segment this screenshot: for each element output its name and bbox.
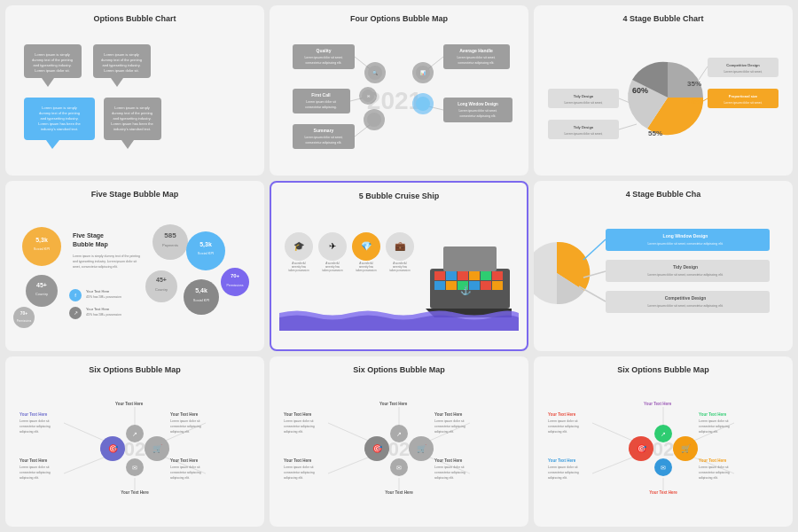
card7-title: Six Options Bubble Map — [14, 365, 255, 374]
svg-text:adipiscing elit.: adipiscing elit. — [20, 430, 39, 434]
svg-line-205 — [328, 456, 372, 473]
svg-text:Lorem ipsum dolor sit amet,: Lorem ipsum dolor sit amet, — [564, 132, 602, 136]
card8-content: 2021 🎯 🛒 ↗ ✉ Your Text Here Lorem ipsum … — [278, 379, 520, 518]
svg-text:adipiscing elit.: adipiscing elit. — [548, 476, 567, 480]
svg-text:🎯: 🎯 — [637, 443, 647, 454]
svg-text:Lorem ipsum dolor sit amet,: Lorem ipsum dolor sit amet, — [724, 70, 762, 74]
svg-text:Lorem ipsum is simply dummy te: Lorem ipsum is simply dummy text of the … — [73, 254, 140, 258]
svg-text:Lorem ipsum has been the: Lorem ipsum has been the — [38, 121, 81, 126]
svg-rect-143 — [443, 246, 497, 271]
svg-text:Long Window Design: Long Window Design — [458, 102, 498, 106]
svg-text:✉: ✉ — [132, 465, 137, 471]
card-six-options-bubble-map-2: Six Options Bubble Map 2021 🎯 🛒 ↗ ✉ Your… — [270, 356, 528, 527]
svg-text:Lorem ipsum is simply: Lorem ipsum is simply — [35, 52, 70, 57]
svg-text:dummy text of the printing: dummy text of the printing — [32, 58, 73, 62]
svg-point-119 — [221, 268, 249, 296]
svg-text:45+: 45+ — [36, 282, 47, 288]
svg-line-172 — [64, 456, 108, 473]
svg-text:Lorem ipsum dolor sit: Lorem ipsum dolor sit — [548, 466, 577, 469]
svg-text:amet, consectetur adipiscing e: amet, consectetur adipiscing elit. — [73, 265, 118, 269]
svg-point-107 — [153, 224, 188, 260]
svg-text:Social KPI: Social KPI — [193, 298, 209, 302]
svg-text:Lorem ipsum dolor sit.: Lorem ipsum dolor sit. — [35, 68, 69, 73]
svg-text:Permissions: Permissions — [17, 319, 32, 323]
svg-text:adipiscing elit.: adipiscing elit. — [699, 430, 718, 434]
svg-marker-20 — [121, 140, 134, 149]
svg-text:🎓: 🎓 — [293, 240, 305, 252]
svg-text:Your Text Here: Your Text Here — [434, 458, 463, 463]
svg-text:adipiscing elit.: adipiscing elit. — [284, 476, 303, 480]
card6-content: Long Window Design Lorem ipsum dolor sit… — [543, 204, 784, 342]
svg-rect-69 — [708, 58, 778, 77]
svg-point-88 — [26, 275, 58, 307]
svg-marker-7 — [111, 78, 123, 87]
svg-text:First Call: First Call — [311, 92, 331, 98]
card9-title: Six Options Bubble Map — [543, 365, 784, 374]
svg-text:Lorem ipsum dolor sit amet,: Lorem ipsum dolor sit amet, — [564, 101, 602, 105]
card-5-bubble-cruise-ship: 5 Bubble Cruise Ship 🎓 ✈ 💎 💼 A wonderful… — [270, 181, 528, 351]
card-options-bubble-chart: Options Bubble Chart Lorem ipsum is simp… — [5, 5, 264, 176]
svg-line-238 — [592, 456, 637, 473]
svg-rect-81 — [548, 120, 619, 139]
svg-text:🎯: 🎯 — [372, 443, 383, 454]
svg-text:adipiscing elit.: adipiscing elit. — [20, 476, 39, 480]
card-4-stage-bubble-chart: 4 Stage Bubble Chart 35% 45% 55% 60% C — [534, 5, 793, 176]
svg-text:Lorem ipsum has been the: Lorem ipsum has been the — [111, 121, 153, 126]
svg-text:taken possession: taken possession — [389, 269, 411, 272]
svg-text:dummy text of the printing: dummy text of the printing — [101, 58, 142, 62]
card2-content: 2021 Quality Lorem ipsum dolor sit amet,… — [278, 28, 520, 167]
svg-text:consectetur adipiscing: consectetur adipiscing — [170, 425, 201, 428]
svg-text:Lorem ipsum dolor sit amet,: Lorem ipsum dolor sit amet, — [458, 109, 497, 113]
svg-point-116 — [184, 279, 219, 315]
svg-text:Lorem ipsum dolor sit amet,: Lorem ipsum dolor sit amet, — [457, 56, 495, 59]
card9-content: 2021 🎯 🛒 ↗ ✉ Your Text Here Lorem ipsum … — [543, 379, 784, 518]
svg-rect-148 — [481, 271, 491, 280]
svg-line-237 — [592, 423, 637, 442]
svg-text:adipiscing elit.: adipiscing elit. — [284, 430, 303, 434]
svg-text:consectetur adipiscing: consectetur adipiscing — [284, 425, 315, 428]
svg-text:Lorem ipsum dolor sit amet, co: Lorem ipsum dolor sit amet, consectetur … — [647, 304, 723, 308]
svg-text:↗: ↗ — [661, 431, 666, 437]
svg-text:Lorem ipsum is simply: Lorem ipsum is simply — [114, 106, 150, 110]
svg-text:🎯: 🎯 — [108, 443, 119, 454]
svg-text:Lorem ipsum dolor sit: Lorem ipsum dolor sit — [284, 419, 313, 423]
svg-text:Lorem ipsum is simply: Lorem ipsum is simply — [42, 106, 77, 110]
svg-text:Lorem ipsum dolor sit.: Lorem ipsum dolor sit. — [104, 68, 138, 73]
svg-rect-162 — [606, 260, 770, 282]
svg-text:Your Text Here: Your Text Here — [170, 412, 199, 417]
svg-text:Lorem ipsum dolor sit: Lorem ipsum dolor sit — [20, 419, 49, 423]
svg-text:taken possession: taken possession — [356, 269, 377, 272]
svg-text:↗: ↗ — [396, 431, 402, 437]
svg-text:Permissions: Permissions — [226, 284, 243, 287]
svg-text:Lorem ipsum dolor sit amet, co: Lorem ipsum dolor sit amet, consectetur … — [647, 273, 723, 277]
svg-rect-145 — [446, 271, 457, 280]
svg-text:Average Handle: Average Handle — [459, 48, 493, 53]
svg-text:consectetur adipiscing: consectetur adipiscing — [699, 471, 730, 474]
svg-text:5,3k: 5,3k — [35, 237, 48, 244]
svg-text:dummy text of the printing: dummy text of the printing — [39, 111, 80, 115]
svg-text:Proportional size: Proportional size — [729, 94, 758, 98]
svg-text:Lorem ipsum dolor sit: Lorem ipsum dolor sit — [20, 466, 49, 469]
svg-text:Lorem ipsum dolor sit amet, co: Lorem ipsum dolor sit amet, consectetur … — [647, 242, 723, 246]
svg-text:Lorem ipsum dolor sit amet,: Lorem ipsum dolor sit amet, — [304, 136, 342, 139]
card-4-stage-bubble-chart-2: 4 Stage Bubble Cha Long Window Design Lo… — [534, 181, 793, 351]
svg-text:adipiscing elit.: adipiscing elit. — [170, 430, 190, 434]
svg-line-171 — [64, 423, 108, 442]
svg-text:Your Text Here: Your Text Here — [644, 402, 672, 406]
svg-text:consectetur adipiscing elit.: consectetur adipiscing elit. — [458, 61, 494, 65]
svg-text:Tidy Design: Tidy Design — [574, 125, 594, 129]
svg-rect-144 — [434, 271, 445, 280]
svg-text:🛒: 🛒 — [153, 443, 163, 454]
svg-text:Tidy Design: Tidy Design — [574, 94, 594, 98]
card-six-options-bubble-map-1: Six Options Bubble Map 2021 🎯 🛒 ↗ — [5, 356, 264, 527]
svg-text:Lorem ipsum dolor sit: Lorem ipsum dolor sit — [306, 100, 335, 104]
svg-text:585: 585 — [164, 231, 176, 239]
svg-text:60%: 60% — [632, 86, 648, 95]
svg-rect-73 — [708, 89, 778, 108]
card-six-options-bubble-map-3: Six Options Bubble Map 2021 🎯 🛒 ↗ ✉ Your… — [534, 356, 793, 527]
svg-text:Your Text Here: Your Text Here — [284, 458, 312, 463]
card1-title: Options Bubble Chart — [14, 14, 255, 23]
svg-text:consectetur adipiscing: consectetur adipiscing — [699, 425, 730, 428]
card8-title: Six Options Bubble Map — [278, 365, 520, 374]
svg-rect-147 — [469, 271, 480, 280]
